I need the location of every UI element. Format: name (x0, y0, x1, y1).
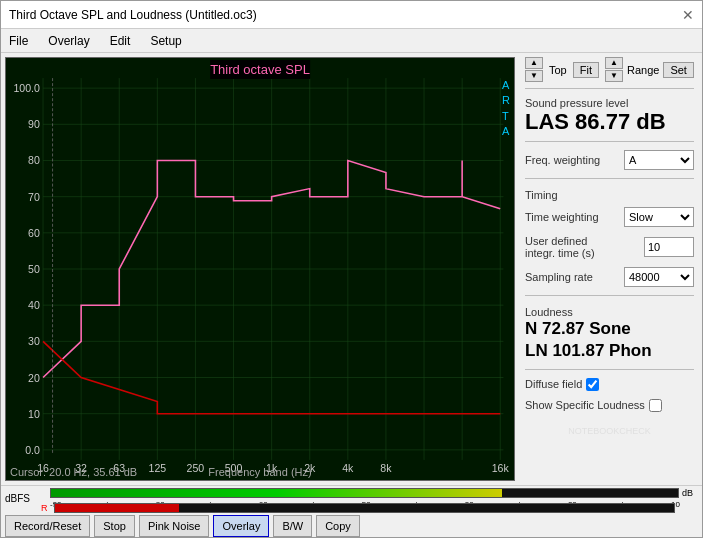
menu-setup[interactable]: Setup (146, 33, 185, 49)
menu-file[interactable]: File (5, 33, 32, 49)
range-set-group: ▲ ▼ Range Set (605, 57, 694, 82)
stop-button[interactable]: Stop (94, 515, 135, 537)
user-integr-label: User definedintegr. time (s) (525, 235, 595, 259)
copy-button[interactable]: Copy (316, 515, 360, 537)
svg-text:90: 90 (28, 120, 40, 131)
bw-button[interactable]: B/W (273, 515, 312, 537)
svg-text:80: 80 (28, 156, 40, 167)
freq-weighting-select[interactable]: A B C Z (624, 150, 694, 170)
range-label: Range (627, 64, 659, 76)
buttons-row: Record/Reset Stop Pink Noise Overlay B/W… (5, 513, 698, 537)
red-bar-fill (55, 504, 179, 512)
top-arrow-group: ▲ ▼ (525, 57, 543, 82)
chart-title: Third octave SPL (210, 60, 310, 79)
top-label: Top (549, 64, 567, 76)
diffuse-field-row: Diffuse field (525, 378, 694, 391)
svg-text:16k: 16k (492, 463, 510, 474)
db-suffix: dB (682, 488, 698, 498)
chart-area: Third octave SPL dB ARTA (5, 57, 515, 481)
time-weighting-select[interactable]: Slow Fast Impulse User (624, 207, 694, 227)
top-down-btn[interactable]: ▼ (525, 70, 543, 82)
svg-text:30: 30 (28, 337, 40, 348)
range-arrow-group: ▲ ▼ (605, 57, 623, 82)
time-weighting-row: Time weighting Slow Fast Impulse User (525, 207, 694, 227)
svg-text:70: 70 (28, 192, 40, 203)
top-up-btn[interactable]: ▲ (525, 57, 543, 69)
user-integr-input[interactable] (644, 237, 694, 257)
svg-text:40: 40 (28, 300, 40, 311)
record-reset-button[interactable]: Record/Reset (5, 515, 90, 537)
loudness-value-1: N 72.87 Sone (525, 318, 694, 340)
menu-overlay[interactable]: Overlay (44, 33, 93, 49)
loudness-label: Loudness (525, 306, 694, 318)
spl-value: LAS 86.77 dB (525, 109, 694, 135)
time-weighting-label: Time weighting (525, 211, 599, 223)
show-specific-row: Show Specific Loudness (525, 399, 694, 412)
right-panel: ▲ ▼ Top Fit ▲ ▼ Range Set Sound pressure… (517, 53, 702, 485)
range-up-btn[interactable]: ▲ (605, 57, 623, 69)
red-level-bar (54, 503, 675, 513)
spl-section: Sound pressure level LAS 86.77 dB (525, 95, 694, 135)
divider-4 (525, 295, 694, 296)
svg-text:20: 20 (28, 373, 40, 384)
top-controls: ▲ ▼ Top Fit ▲ ▼ Range Set (525, 57, 694, 82)
menu-bar: File Overlay Edit Setup (1, 29, 702, 53)
menu-edit[interactable]: Edit (106, 33, 135, 49)
arta-label: ARTA (502, 78, 510, 140)
title-bar: Third Octave SPL and Loudness (Untitled.… (1, 1, 702, 29)
user-integr-row: User definedintegr. time (s) (525, 235, 694, 259)
fit-button[interactable]: Fit (573, 62, 599, 78)
green-bar-fill (51, 489, 502, 497)
svg-text:0.0: 0.0 (25, 445, 40, 456)
divider-1 (525, 88, 694, 89)
green-level-bar (50, 488, 679, 498)
svg-text:8k: 8k (380, 463, 392, 474)
cursor-info: Cursor: 20.0 Hz, 35.61 dB (10, 466, 137, 478)
svg-text:100.0: 100.0 (13, 83, 40, 94)
sampling-rate-row: Sampling rate 48000 44100 96000 (525, 267, 694, 287)
set-button[interactable]: Set (663, 62, 694, 78)
sampling-rate-label: Sampling rate (525, 271, 593, 283)
svg-text:125: 125 (149, 463, 167, 474)
freq-band-label: Frequency band (Hz) (208, 466, 311, 478)
pink-noise-button[interactable]: Pink Noise (139, 515, 210, 537)
show-specific-label: Show Specific Loudness (525, 399, 645, 411)
dbfs-label: dBFS (5, 493, 33, 504)
freq-weighting-row: Freq. weighting A B C Z (525, 150, 694, 170)
svg-text:50: 50 (28, 264, 40, 275)
overlay-button[interactable]: Overlay (213, 515, 269, 537)
loudness-value-2: LN 101.87 Phon (525, 340, 694, 362)
spl-label: Sound pressure level (525, 97, 694, 109)
red-bar-row: R (41, 503, 694, 513)
svg-text:10: 10 (28, 409, 40, 420)
chart-svg: 100.0 90 80 70 60 50 40 30 20 10 0.0 16 … (6, 58, 514, 480)
svg-text:4k: 4k (342, 463, 354, 474)
main-content: Third octave SPL dB ARTA (1, 53, 702, 485)
freq-weighting-label: Freq. weighting (525, 154, 600, 166)
diffuse-field-label: Diffuse field (525, 378, 582, 390)
diffuse-field-checkbox[interactable] (586, 378, 599, 391)
loudness-section: Loudness N 72.87 Sone LN 101.87 Phon (525, 302, 694, 362)
r-indicator: R (41, 503, 51, 513)
divider-3 (525, 178, 694, 179)
sampling-rate-select[interactable]: 48000 44100 96000 (624, 267, 694, 287)
watermark: NOTEBOOKCHECK (525, 426, 694, 436)
main-window: Third Octave SPL and Loudness (Untitled.… (0, 0, 703, 538)
divider-2 (525, 141, 694, 142)
close-button[interactable]: ✕ (682, 8, 694, 22)
svg-text:60: 60 (28, 228, 40, 239)
divider-5 (525, 369, 694, 370)
bottom-bar: dBFS dB -90 | -80 | -60 | (1, 485, 702, 537)
range-down-btn[interactable]: ▼ (605, 70, 623, 82)
show-specific-checkbox[interactable] (649, 399, 662, 412)
timing-label: Timing (525, 189, 694, 201)
svg-text:250: 250 (187, 463, 205, 474)
window-title: Third Octave SPL and Loudness (Untitled.… (9, 8, 257, 22)
